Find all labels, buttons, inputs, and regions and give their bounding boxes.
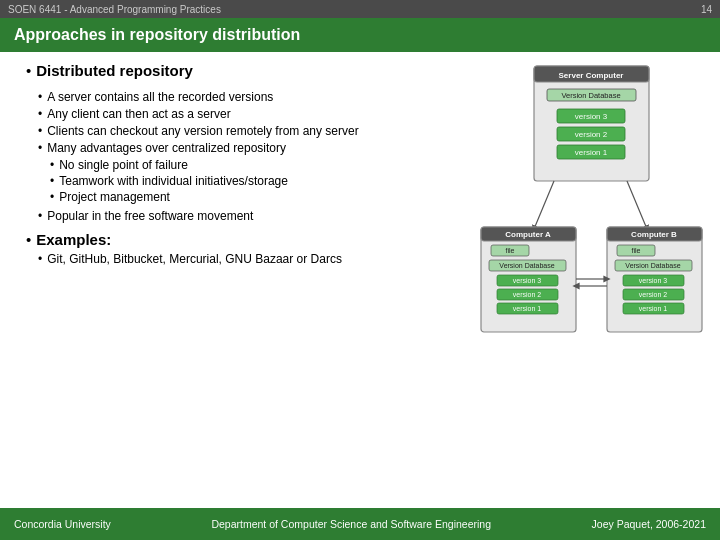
svg-line-11 <box>534 181 554 229</box>
sub-bullet-1: • No single point of failure <box>50 158 466 172</box>
svg-text:Server Computer: Server Computer <box>558 71 623 80</box>
svg-text:Version Database: Version Database <box>561 91 620 100</box>
svg-text:Version Database: Version Database <box>625 262 680 269</box>
footer-left: Concordia University <box>14 518 111 530</box>
slide-title: Approaches in repository distribution <box>14 26 300 44</box>
bullet-popular: • Popular in the free software movement <box>38 209 466 223</box>
svg-text:version 2: version 2 <box>574 130 607 139</box>
svg-text:version 2: version 2 <box>638 291 667 298</box>
svg-text:version 2: version 2 <box>512 291 541 298</box>
bullet-2: • Any client can then act as a server <box>38 107 466 121</box>
slide-number: 14 <box>701 4 712 15</box>
main-content: • Distributed repository • A server cont… <box>0 52 720 508</box>
text-content: • Distributed repository • A server cont… <box>14 62 466 498</box>
bullet-1: • A server contains all the recorded ver… <box>38 90 466 104</box>
footer-center: Department of Computer Science and Softw… <box>211 518 491 530</box>
svg-text:Computer A: Computer A <box>505 230 551 239</box>
svg-text:version 1: version 1 <box>574 148 607 157</box>
footer: Concordia University Department of Compu… <box>0 508 720 540</box>
svg-text:version 1: version 1 <box>512 305 541 312</box>
bullet-4: • Many advantages over centralized repos… <box>38 141 466 155</box>
diagram-svg: Server Computer Version Database version… <box>479 64 704 394</box>
svg-text:Computer B: Computer B <box>631 230 677 239</box>
section-title: Distributed repository <box>36 62 193 79</box>
examples-header: • Examples: <box>26 231 466 248</box>
slide-header: Approaches in repository distribution <box>0 18 720 52</box>
svg-rect-0 <box>534 66 649 181</box>
bullet-3: • Clients can checkout any version remot… <box>38 124 466 138</box>
svg-text:Version Database: Version Database <box>499 262 554 269</box>
svg-text:version 3: version 3 <box>512 277 541 284</box>
svg-text:version 3: version 3 <box>638 277 667 284</box>
sub-bullet-2: • Teamwork with individual initiatives/s… <box>50 174 466 188</box>
svg-line-12 <box>627 181 647 229</box>
footer-right: Joey Paquet, 2006-2021 <box>592 518 706 530</box>
svg-text:file: file <box>505 247 514 254</box>
svg-text:version 1: version 1 <box>638 305 667 312</box>
diagram: Server Computer Version Database version… <box>476 62 706 498</box>
course-title: SOEN 6441 - Advanced Programming Practic… <box>8 4 221 15</box>
examples-detail: • Git, GitHub, Bitbucket, Mercurial, GNU… <box>38 252 466 266</box>
top-bar: SOEN 6441 - Advanced Programming Practic… <box>0 0 720 18</box>
svg-text:file: file <box>631 247 640 254</box>
sub-bullet-3: • Project management <box>50 190 466 204</box>
svg-text:version 3: version 3 <box>574 112 607 121</box>
